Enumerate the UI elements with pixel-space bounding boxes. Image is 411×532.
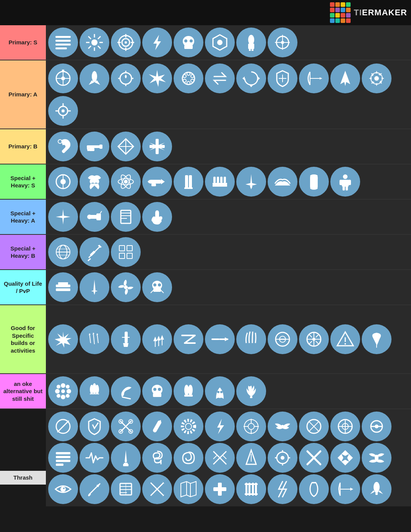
svg-marker-263 <box>125 450 127 463</box>
svg-point-219 <box>153 388 156 391</box>
list-item <box>236 443 266 473</box>
svg-rect-3 <box>55 47 67 49</box>
list-item <box>111 63 141 93</box>
svg-rect-153 <box>127 253 132 259</box>
svg-point-211 <box>66 394 70 398</box>
tier-label-thrash: Thrash <box>0 471 46 485</box>
svg-rect-309 <box>245 483 258 485</box>
svg-point-204 <box>61 383 65 388</box>
svg-line-12 <box>88 46 91 49</box>
svg-line-136 <box>100 211 102 213</box>
tier-row-thrash: Thrash <box>0 409 411 532</box>
list-item <box>174 63 203 93</box>
svg-line-230 <box>57 421 69 432</box>
svg-marker-98 <box>159 148 165 150</box>
svg-point-126 <box>343 174 348 179</box>
svg-point-227 <box>220 391 223 393</box>
list-item <box>174 412 203 441</box>
tier-row-special-a: Special + Heavy: A <box>0 200 411 235</box>
list-item <box>142 272 172 302</box>
svg-marker-96 <box>159 143 165 145</box>
svg-rect-2 <box>55 44 71 46</box>
list-item <box>268 324 297 354</box>
svg-marker-157 <box>93 280 96 295</box>
svg-rect-94 <box>149 145 165 148</box>
tier-label-primary-s: Primary: S <box>0 25 46 60</box>
list-item <box>236 324 266 354</box>
svg-rect-225 <box>184 395 193 397</box>
list-item <box>268 167 297 197</box>
list-item <box>362 63 392 93</box>
list-item <box>142 63 172 93</box>
svg-point-224 <box>188 385 193 395</box>
svg-point-55 <box>191 79 194 82</box>
svg-marker-20 <box>153 35 161 50</box>
svg-marker-73 <box>369 77 372 80</box>
list-item <box>362 412 392 441</box>
svg-point-205 <box>61 395 65 399</box>
svg-point-208 <box>57 385 60 389</box>
svg-marker-283 <box>341 450 349 456</box>
list-item <box>236 167 266 197</box>
list-item <box>80 412 109 441</box>
svg-rect-116 <box>224 177 226 183</box>
tier-label-special-a: Special + Heavy: A <box>0 200 46 234</box>
svg-line-11 <box>98 36 101 39</box>
list-item <box>80 443 109 473</box>
svg-point-239 <box>185 423 192 430</box>
svg-line-196 <box>316 341 319 344</box>
svg-rect-128 <box>340 180 343 185</box>
list-item <box>299 324 329 354</box>
list-item <box>142 443 172 473</box>
svg-rect-117 <box>213 183 227 185</box>
list-item <box>80 237 109 267</box>
svg-rect-148 <box>90 251 96 256</box>
list-item <box>299 167 329 197</box>
list-item <box>330 167 360 197</box>
svg-rect-135 <box>96 213 101 220</box>
list-item <box>80 324 109 354</box>
svg-line-195 <box>309 334 312 337</box>
svg-rect-304 <box>213 487 226 491</box>
svg-line-169 <box>89 334 91 343</box>
svg-point-78 <box>374 76 379 81</box>
list-item <box>142 28 172 57</box>
list-item <box>330 412 360 441</box>
svg-rect-26 <box>189 47 191 49</box>
svg-rect-151 <box>127 246 132 251</box>
svg-rect-221 <box>154 395 156 397</box>
list-item <box>142 132 172 161</box>
list-item <box>48 96 78 126</box>
list-item <box>205 443 235 473</box>
svg-rect-112 <box>184 187 193 189</box>
svg-marker-61 <box>242 76 245 80</box>
svg-point-15 <box>125 41 127 44</box>
list-item <box>111 474 141 504</box>
list-item <box>236 63 266 93</box>
list-item <box>299 63 329 93</box>
tier-label-primary-b: Primary: B <box>0 129 46 164</box>
svg-marker-178 <box>153 337 157 347</box>
svg-marker-119 <box>250 174 252 189</box>
svg-rect-129 <box>348 180 351 185</box>
svg-rect-86 <box>87 145 100 148</box>
svg-rect-106 <box>149 180 161 184</box>
svg-line-171 <box>97 334 98 343</box>
svg-rect-22 <box>184 45 193 49</box>
svg-point-285 <box>375 455 379 461</box>
svg-rect-319 <box>375 492 378 495</box>
svg-rect-228 <box>250 396 252 398</box>
svg-point-207 <box>67 389 71 394</box>
list-item <box>48 324 78 354</box>
list-item <box>48 28 78 57</box>
list-item <box>236 376 266 406</box>
tier-items-primary-b <box>46 129 411 164</box>
list-item <box>48 412 78 441</box>
list-item <box>80 474 109 504</box>
svg-rect-127 <box>342 180 349 187</box>
svg-rect-30 <box>248 44 254 49</box>
svg-rect-259 <box>56 452 70 454</box>
list-item <box>80 167 109 197</box>
svg-point-209 <box>66 385 70 389</box>
svg-marker-95 <box>149 143 156 145</box>
